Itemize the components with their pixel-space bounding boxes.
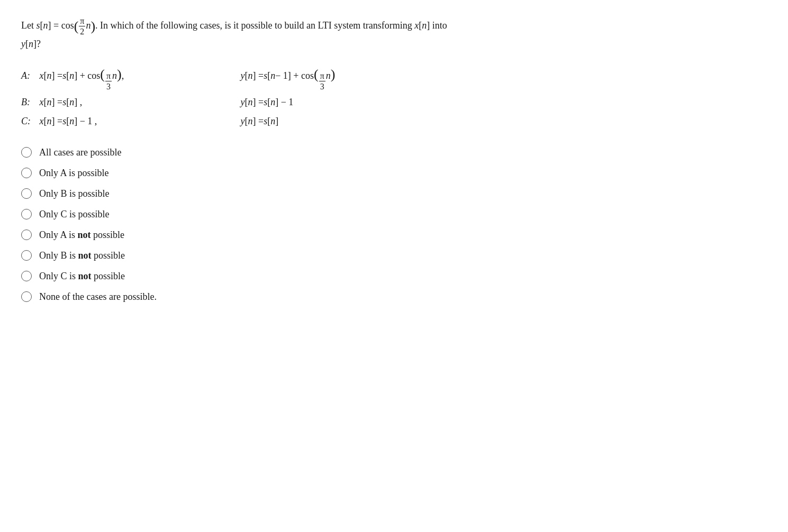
intro-text: Let s[n] = cos — [21, 20, 74, 31]
case-c-y: y[n] = s[n] — [238, 112, 278, 130]
case-c-row: C: x[n] = s[n] − 1 , y[n] = s[n] — [21, 112, 767, 130]
question-header: Let s[n] = cos( π 2 n). In which of the … — [21, 16, 656, 52]
option-only-a-not-possible-label: Only A is not possible — [39, 230, 124, 241]
radio-only-b-not-possible[interactable] — [21, 250, 32, 261]
close-paren-main: ) — [90, 19, 95, 34]
option-only-a-not-possible[interactable]: Only A is not possible — [21, 230, 767, 241]
case-c-x: x[n] = s[n] − 1 , — [37, 112, 238, 130]
intro-text-2: . In which of the following cases, is it… — [95, 20, 447, 31]
case-a-fraction-x: π3 — [105, 71, 112, 91]
case-a-row: A: x[n] = s[n] + cos(π3n), y[n] = s[n − … — [21, 67, 767, 91]
y-n-label: y — [21, 39, 25, 49]
option-only-a-possible[interactable]: Only A is possible — [21, 168, 767, 179]
radio-only-c-possible[interactable] — [21, 209, 32, 219]
fraction-pi-over-2: π 2 — [79, 16, 85, 36]
denominator: 2 — [79, 26, 85, 36]
radio-none-possible[interactable] — [21, 291, 32, 302]
case-b-y: y[n] = s[n] − 1 — [238, 93, 293, 111]
option-only-c-possible-label: Only C is possible — [39, 209, 110, 220]
option-only-c-possible[interactable]: Only C is possible — [21, 209, 767, 220]
case-a-y: y[n] = s[n − 1] + cos(π3n) — [238, 67, 335, 91]
case-a-label: A: — [21, 67, 37, 85]
option-only-a-possible-label: Only A is possible — [39, 168, 109, 179]
option-only-b-not-possible[interactable]: Only B is not possible — [21, 250, 767, 261]
option-only-c-not-possible-label: Only C is not possible — [39, 271, 125, 282]
case-a-fraction-y: π3 — [319, 71, 325, 91]
radio-only-b-possible[interactable] — [21, 188, 32, 199]
option-none-possible-label: None of the cases are possible. — [39, 291, 157, 302]
case-b-label: B: — [21, 93, 37, 111]
question-mark: ? — [37, 39, 41, 49]
case-a-x: x[n] = s[n] + cos(π3n), — [37, 67, 238, 91]
radio-only-a-possible[interactable] — [21, 168, 32, 178]
option-only-b-not-possible-label: Only B is not possible — [39, 250, 125, 261]
option-all-possible[interactable]: All cases are possible — [21, 147, 767, 158]
numerator: π — [79, 16, 85, 26]
case-b-x: x[n] = s[n] , — [37, 93, 238, 111]
option-all-possible-label: All cases are possible — [39, 147, 121, 158]
open-paren-main: ( — [74, 19, 79, 34]
case-b-row: B: x[n] = s[n] , y[n] = s[n] − 1 — [21, 93, 767, 111]
option-only-b-possible[interactable]: Only B is possible — [21, 188, 767, 199]
cases-block: A: x[n] = s[n] + cos(π3n), y[n] = s[n − … — [21, 67, 767, 130]
radio-only-a-not-possible[interactable] — [21, 230, 32, 240]
radio-all-possible[interactable] — [21, 147, 32, 158]
option-none-possible[interactable]: None of the cases are possible. — [21, 291, 767, 302]
case-c-label: C: — [21, 112, 37, 130]
option-only-c-not-possible[interactable]: Only C is not possible — [21, 271, 767, 282]
y-n-var: n — [29, 39, 33, 49]
answer-options-list: All cases are possible Only A is possibl… — [21, 147, 767, 302]
radio-only-c-not-possible[interactable] — [21, 271, 32, 281]
option-only-b-possible-label: Only B is possible — [39, 188, 110, 199]
